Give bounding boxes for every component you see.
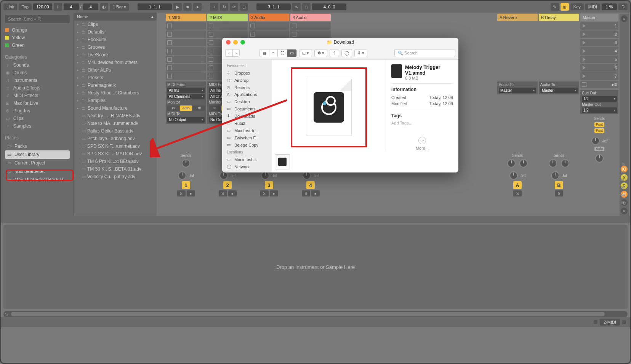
expand-icon[interactable]: ▸ xyxy=(77,38,80,42)
category-drums[interactable]: ◉ Drums xyxy=(5,69,70,77)
track-activator[interactable]: A xyxy=(513,181,522,189)
tags-button[interactable]: ◯ xyxy=(341,49,352,57)
post-a-badge[interactable]: Post xyxy=(594,122,604,127)
browser-file[interactable]: ▭ TM 6 Pro Ki...xt BEta.adv xyxy=(74,158,157,165)
finder-sidebar-item[interactable]: ⬇ Downloads xyxy=(224,112,270,120)
clip-slot[interactable] xyxy=(166,22,206,30)
category-instruments[interactable]: ⎍ Instruments xyxy=(5,77,70,84)
file-preview-icon[interactable] xyxy=(306,79,352,136)
collection-tag-orange[interactable]: Orange xyxy=(5,26,70,34)
back-button[interactable]: ‹ xyxy=(225,49,232,57)
arrangement-position[interactable]: 1. 1. 1 xyxy=(138,3,172,10)
track-header[interactable]: 3 Audio xyxy=(249,14,289,21)
finder-sidebar-item[interactable]: ◎ AirDrop xyxy=(224,77,270,84)
category-samples[interactable]: ≡ Samples xyxy=(5,122,70,130)
clip-slot[interactable] xyxy=(207,30,248,38)
quantize-menu[interactable]: 1 Bar ▾ xyxy=(110,3,129,11)
browser-folder[interactable]: ▸ 🗀 Sound Manufacture xyxy=(74,104,157,112)
solo-button[interactable]: S xyxy=(219,190,227,196)
arm-button[interactable]: ● xyxy=(311,190,320,196)
group-by-button[interactable]: ⊞ ▾ xyxy=(299,49,312,57)
finder-sidebar-item[interactable]: ⇩ Dropbox xyxy=(224,69,270,77)
track-activator[interactable]: 1 xyxy=(182,181,190,189)
audio-to-dropdown[interactable]: Master▾ xyxy=(499,88,536,93)
master-out-dropdown[interactable]: 1/2▾ xyxy=(582,107,617,113)
browser-column-header[interactable]: Name▴ xyxy=(74,13,157,21)
finder-sidebar-item[interactable]: ◷ Recents xyxy=(224,84,270,91)
finder-titlebar[interactable]: 📁 Download xyxy=(222,38,458,46)
clip-slot[interactable] xyxy=(166,47,206,55)
track-activator[interactable]: 3 xyxy=(265,181,273,189)
collection-tag-green[interactable]: Green xyxy=(5,42,70,49)
loop-icon[interactable]: ⟳ xyxy=(230,3,238,11)
clip-slot[interactable] xyxy=(166,72,206,80)
play-button[interactable]: ▶ xyxy=(173,3,182,11)
collection-tag-yellow[interactable]: Yellow xyxy=(5,34,70,42)
monitor-in-button[interactable]: In xyxy=(209,105,221,111)
finder-search-input[interactable]: 🔍 Search xyxy=(394,49,455,57)
monitor-auto-button[interactable]: Auto xyxy=(180,105,192,111)
browser-file[interactable]: ▭ TM 50 Kit S...BETA 01.adv xyxy=(74,165,157,173)
expand-icon[interactable]: ▸ xyxy=(77,68,80,72)
midi-map-button[interactable]: MIDI xyxy=(585,3,600,10)
metronome-icon[interactable]: ⫴ xyxy=(54,3,62,11)
gallery-view-button[interactable]: ▭ xyxy=(287,49,297,57)
browser-folder[interactable]: ▸ 🗀 Presets xyxy=(74,74,157,81)
track-header[interactable]: 2 MIDI xyxy=(207,14,248,21)
timesig-den[interactable]: 4 xyxy=(83,3,98,10)
send-b-knob[interactable] xyxy=(561,159,569,168)
search-input[interactable]: Search (Cmd + F) xyxy=(5,15,70,23)
scrollbar-thumb[interactable] xyxy=(11,312,605,316)
loop-length[interactable]: 4. 0. 0 xyxy=(312,3,346,10)
pan-knob[interactable] xyxy=(178,171,186,180)
solo-button[interactable]: S xyxy=(513,190,522,196)
places-item-current project[interactable]: ▭ Current Project xyxy=(5,159,70,167)
browser-folder[interactable]: ▸ 🗀 Rusty Rhod...t Chambers xyxy=(74,89,157,97)
browser-folder[interactable]: ▸ 🗀 Grooves xyxy=(74,43,157,51)
finder-sidebar-item[interactable]: ▭ Rubi2 xyxy=(224,120,270,127)
cue-volume-knob[interactable] xyxy=(595,154,604,163)
track-activator[interactable]: 4 xyxy=(306,181,315,189)
midi-track-indicator[interactable]: 2-MIDI xyxy=(600,319,620,326)
track-activator[interactable]: 2 xyxy=(223,181,232,189)
solo-button[interactable]: S xyxy=(177,190,186,196)
expand-icon[interactable]: ▸ xyxy=(77,30,80,34)
solo-cue-button[interactable]: Solo xyxy=(594,147,604,151)
places-item-packs[interactable]: ▭ Packs xyxy=(5,142,70,150)
pan-knob[interactable] xyxy=(591,137,600,145)
horizontal-scrollbar[interactable]: ▷ xyxy=(3,311,628,317)
dropbox-button[interactable]: ⇩ ▾ xyxy=(354,49,367,57)
browser-folder[interactable]: ▸ 🗀 M4L devices from others xyxy=(74,59,157,66)
finder-sidebar-item[interactable]: A Applications xyxy=(224,91,270,98)
midi-channel-dropdown[interactable]: All Channels▾ xyxy=(167,94,205,99)
audio-to-dropdown[interactable]: Master▾ xyxy=(540,88,578,93)
arm-button[interactable]: ● xyxy=(187,190,195,196)
track-header[interactable]: Master xyxy=(580,14,618,21)
send-a-knob[interactable] xyxy=(549,159,557,168)
close-traffic-light[interactable] xyxy=(226,40,231,45)
category-clips[interactable]: ▭ Clips xyxy=(5,115,70,122)
timesig-num[interactable]: 4 xyxy=(64,3,79,10)
monitor-in-button[interactable]: In xyxy=(167,105,179,111)
key-button[interactable]: Key xyxy=(570,3,584,10)
track-activator[interactable]: B xyxy=(555,181,563,189)
more-label[interactable]: More... xyxy=(391,146,453,150)
post-b-badge[interactable]: Post xyxy=(594,128,604,133)
icon-view-button[interactable]: ▦ xyxy=(259,49,269,57)
stop-all-slot[interactable]: ▸≡ xyxy=(580,81,618,88)
arm-button[interactable]: ● xyxy=(270,190,278,196)
overdub-icon[interactable]: + xyxy=(210,3,218,11)
forward-button[interactable]: › xyxy=(232,49,240,57)
column-view-button[interactable]: ☷ xyxy=(277,49,287,57)
finder-sidebar-item[interactable]: ▭ Macintosh... xyxy=(224,156,270,163)
tempo-field[interactable]: 120.00 xyxy=(33,3,52,10)
clip-slot[interactable] xyxy=(290,22,331,30)
browser-file[interactable]: ▭ SPD SX KIT...MATION.adv xyxy=(74,150,157,158)
clip-slot[interactable] xyxy=(249,30,289,38)
expand-icon[interactable]: ▸ xyxy=(77,91,80,95)
category-midi effects[interactable]: ⎎ MIDI Effects xyxy=(5,92,70,99)
category-max for live[interactable]: ⊞ Max for Live xyxy=(5,99,70,107)
browser-file[interactable]: ▭ Next try - ...R NAMES.adv xyxy=(74,112,157,120)
pan-knob[interactable] xyxy=(261,171,269,180)
automation-arm-icon[interactable]: ↻ xyxy=(220,3,228,11)
